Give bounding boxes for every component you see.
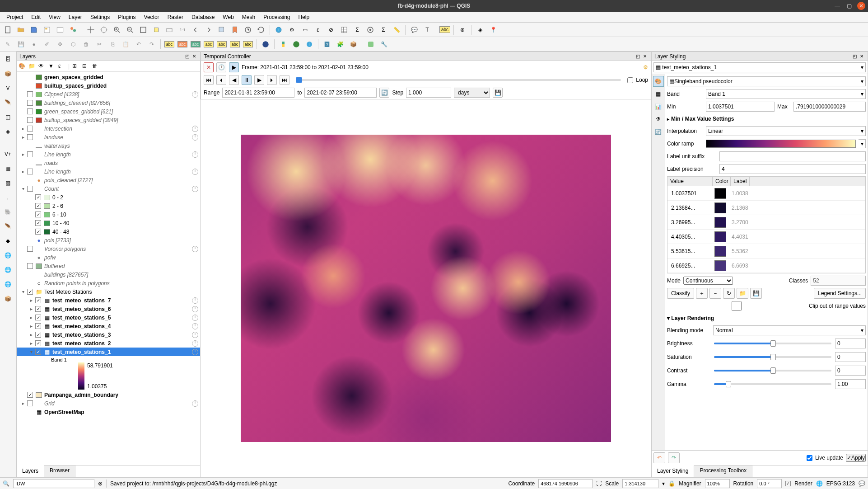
copy-icon[interactable]: ⎘ (107, 38, 118, 50)
edit-icon[interactable]: ✎ (2, 38, 14, 50)
add-group-icon[interactable]: 📁 (28, 63, 36, 70)
add-wfs-icon[interactable]: 🌐 (2, 278, 14, 290)
select-features-icon[interactable]: ▭ (299, 24, 311, 36)
visibility-checkbox[interactable] (27, 91, 33, 97)
map-canvas[interactable] (201, 99, 651, 477)
range-to-input[interactable] (304, 88, 377, 98)
close-panel-icon[interactable]: ✕ (191, 53, 197, 60)
blend-select[interactable]: Normal▾ (713, 325, 866, 335)
move-feature-icon[interactable]: ✥ (54, 38, 66, 50)
mag-input[interactable] (705, 479, 730, 488)
add-wms-icon[interactable]: 🌐 (2, 249, 14, 261)
tab-layers[interactable]: Layers (17, 465, 44, 477)
layer-item[interactable]: ●pois_cleaned [2727] (17, 176, 200, 184)
band-select[interactable]: Band 1▾ (706, 89, 866, 99)
annotation-icon[interactable]: T (421, 24, 433, 36)
rendering-tab-icon[interactable]: ⚗ (653, 114, 664, 125)
lock-icon[interactable]: 🔒 (668, 480, 675, 487)
add-feature-icon[interactable]: ● (28, 38, 40, 50)
visibility-checkbox[interactable] (35, 229, 41, 235)
collapse-all-icon[interactable]: ⊟ (82, 63, 89, 70)
menu-processing[interactable]: Processing (260, 13, 294, 21)
metasearch-icon[interactable] (260, 38, 271, 50)
field-calc-icon[interactable]: Σ (351, 24, 363, 36)
color-ramp-dropdown[interactable]: ▾ (859, 139, 866, 148)
expand-all-icon[interactable]: ⊞ (72, 63, 79, 70)
new-project-icon[interactable] (2, 24, 14, 36)
zoom-native-icon[interactable]: 1:1 (177, 24, 188, 36)
visibility-checkbox[interactable] (27, 117, 33, 123)
saturation-slider[interactable] (714, 356, 831, 358)
add-wcs-icon[interactable]: 🌐 (2, 264, 14, 276)
add-xyz-icon[interactable]: 📦 (2, 293, 14, 305)
color-ramp-select[interactable] (706, 140, 856, 148)
renderer-select[interactable]: ▦ Singleband pseudocolor▾ (667, 76, 866, 86)
interp-select[interactable]: Linear▾ (706, 126, 866, 136)
menu-layer[interactable]: Layer (65, 13, 86, 21)
digitize-icon[interactable]: ✐ (41, 38, 53, 50)
load-ramp-icon[interactable]: ↻ (723, 288, 735, 299)
menu-vector[interactable]: Vector (140, 13, 163, 21)
layer-item[interactable]: 6 - 10 (17, 210, 200, 219)
temporal-slider[interactable] (296, 79, 621, 81)
crs-icon[interactable]: 🌐 (816, 480, 823, 487)
precision-input[interactable] (719, 164, 866, 174)
menu-mesh[interactable]: Mesh (238, 13, 259, 21)
label-move-icon[interactable]: abc (216, 38, 228, 50)
info-icon[interactable]: i (303, 38, 315, 50)
visibility-checkbox[interactable] (27, 151, 33, 157)
layer-item[interactable]: Voronoi polygons (17, 244, 200, 253)
max-input[interactable] (793, 102, 866, 112)
layout-manager-icon[interactable] (54, 24, 66, 36)
visibility-checkbox[interactable] (35, 323, 41, 329)
minmax-settings-toggle[interactable]: Min / Max Value Settings (667, 114, 866, 124)
zoom-selection-icon[interactable] (150, 24, 162, 36)
pan-to-selection-icon[interactable] (98, 24, 110, 36)
visibility-checkbox[interactable] (35, 315, 41, 320)
layer-item[interactable]: Buffered (17, 262, 200, 270)
layer-item[interactable]: ●pofw (17, 253, 200, 262)
visibility-checkbox[interactable] (35, 349, 41, 355)
undo-icon[interactable]: ↶ (133, 38, 145, 50)
menu-web[interactable]: Web (219, 13, 237, 21)
plugin2-icon[interactable]: 📦 (347, 38, 359, 50)
add-csv-icon[interactable]: , (2, 192, 14, 203)
cut-icon[interactable]: ✂ (93, 38, 105, 50)
visibility-checkbox[interactable] (27, 126, 33, 132)
menu-database[interactable]: Database (188, 13, 218, 21)
pan-icon[interactable] (85, 24, 97, 36)
locator-icon[interactable]: 🔍 (3, 480, 9, 487)
layer-item[interactable]: 2 - 6 (17, 202, 200, 210)
new-shapefile-icon[interactable]: V (2, 82, 14, 94)
rot-input[interactable] (757, 479, 782, 488)
rewind-button[interactable]: ⏮ (204, 75, 214, 85)
layer-item[interactable]: ▾▦test_meteo_stations_1 (17, 348, 200, 356)
mode-select[interactable]: Continuous (683, 277, 733, 285)
pause-button[interactable]: ⏸ (242, 75, 252, 85)
zoom-in-icon[interactable] (111, 24, 123, 36)
menu-plugins[interactable]: Plugins (114, 13, 139, 21)
layer-item[interactable]: ▦OpenStreetMap (17, 408, 200, 416)
style-manager-icon[interactable] (67, 24, 79, 36)
layer-item[interactable]: buildings_cleaned [827656] (17, 99, 200, 107)
visibility-checkbox[interactable] (27, 246, 33, 252)
layer-item[interactable]: 40 - 48 (17, 227, 200, 236)
label-icon[interactable]: abc (439, 24, 451, 36)
add-spatialite-icon[interactable]: 🪶 (2, 221, 14, 232)
add-vector-icon[interactable]: V+ (2, 148, 14, 160)
layer-item[interactable]: ▸▦test_meteo_stations_2 (17, 339, 200, 348)
layer-item[interactable]: ▾Count (17, 184, 200, 193)
action-icon[interactable]: ⚙ (286, 24, 298, 36)
osm-globe-icon[interactable] (290, 38, 302, 50)
new-map-view-icon[interactable] (216, 24, 228, 36)
color-stop-row[interactable]: 6.66925...6.6693 (667, 259, 865, 273)
save-file-icon[interactable]: 💾 (750, 288, 762, 299)
visibility-checkbox[interactable] (35, 297, 41, 303)
classes-input[interactable] (811, 276, 866, 286)
visibility-checkbox[interactable] (35, 220, 41, 226)
new-geopackage-icon[interactable]: 📦 (2, 68, 14, 80)
layer-item[interactable]: builtup_spaces_gridded (17, 81, 200, 90)
layer-item[interactable]: green_spaces_gridded [621] (17, 107, 200, 116)
visibility-checkbox[interactable] (27, 392, 33, 398)
undo-style-icon[interactable]: ↶ (653, 452, 665, 463)
